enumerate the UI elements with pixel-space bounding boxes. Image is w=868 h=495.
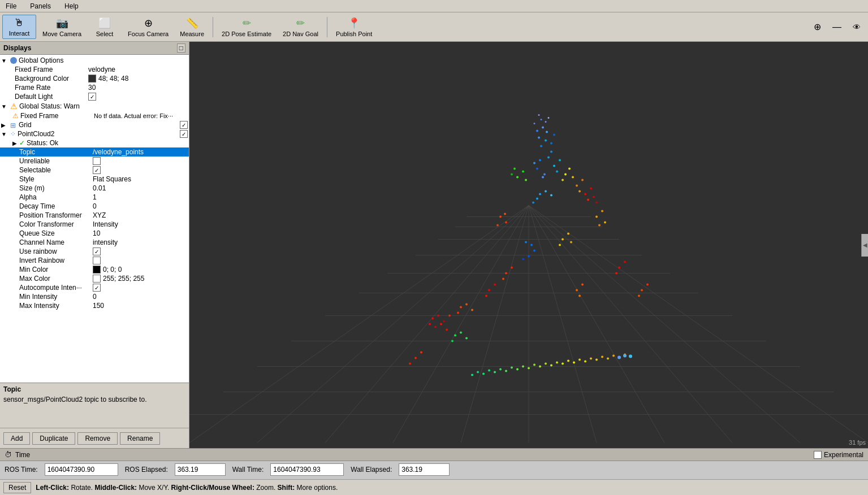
topic-row[interactable]: Topic /velodyne_points <box>0 147 189 157</box>
2d-pose-button[interactable]: ✏ 2D Pose Estimate <box>217 15 277 40</box>
error-icon: ⚠ <box>12 112 19 120</box>
svg-point-70 <box>443 320 445 323</box>
use-rainbow-checkbox[interactable] <box>93 248 101 255</box>
min-intensity-value[interactable]: 0 <box>93 293 188 301</box>
minus-button[interactable]: — <box>827 20 847 34</box>
use-rainbow-name: Use rainbow <box>19 248 93 255</box>
invert-rainbow-checkbox[interactable] <box>93 257 101 264</box>
wall-elapsed-input[interactable] <box>399 463 450 476</box>
svg-point-103 <box>601 356 603 358</box>
add-button[interactable]: Add <box>3 432 30 445</box>
unreliable-row[interactable]: Unreliable <box>0 157 189 166</box>
alpha-row[interactable]: Alpha 1 <box>0 193 189 202</box>
reset-button[interactable]: Reset <box>3 482 31 493</box>
svg-point-92 <box>477 371 479 374</box>
menu-help[interactable]: Help <box>61 1 82 11</box>
background-color-row[interactable]: Background Color 48; 48; 48 <box>0 74 189 83</box>
viewport-right-handle[interactable]: ◀ <box>861 234 868 257</box>
time-title: Time <box>15 451 30 459</box>
interact-button[interactable]: 🖱 Interact <box>2 15 36 39</box>
svg-point-84 <box>539 366 541 368</box>
wall-time-input[interactable] <box>270 463 344 476</box>
experimental-label: Experimental <box>824 451 863 459</box>
measure-button[interactable]: 📏 Measure <box>175 15 209 40</box>
size-name: Size (m) <box>19 184 93 192</box>
style-value[interactable]: Flat Squares <box>93 175 188 183</box>
queue-size-value[interactable]: 10 <box>93 229 188 237</box>
displays-close-button[interactable]: □ <box>177 44 185 53</box>
svg-point-112 <box>641 289 643 292</box>
svg-point-41 <box>572 176 574 179</box>
svg-point-73 <box>429 323 431 325</box>
left-panel: Displays □ ▼ Global Options Fixed Frame … <box>0 42 189 448</box>
svg-point-90 <box>607 358 609 360</box>
default-light-row[interactable]: Default Light <box>0 92 189 101</box>
svg-point-40 <box>562 179 564 181</box>
fixed-frame-row[interactable]: Fixed Frame velodyne <box>0 65 189 74</box>
ros-time-input[interactable] <box>45 463 118 476</box>
crosshair-button[interactable]: ⊕ <box>808 19 826 34</box>
menu-file[interactable]: File <box>2 1 20 11</box>
grid-row[interactable]: ▶ ⊞ Grid <box>0 120 189 129</box>
position-transformer-value[interactable]: XYZ <box>93 211 188 219</box>
2d-nav-button[interactable]: ✏ 2D Nav Goal <box>278 15 323 40</box>
max-intensity-row[interactable]: Max Intensity 150 <box>0 301 189 310</box>
max-intensity-value[interactable]: 150 <box>93 302 188 310</box>
selectable-checkbox[interactable] <box>93 166 101 174</box>
select-button[interactable]: ⬜ Select <box>88 15 122 40</box>
viewport[interactable]: ◀ 31 fps <box>189 42 868 448</box>
topic-prop-value[interactable]: /velodyne_points <box>93 148 188 156</box>
position-transformer-row[interactable]: Position Transformer XYZ <box>0 211 189 220</box>
frame-rate-row[interactable]: Frame Rate 30 <box>0 83 189 92</box>
global-options-row[interactable]: ▼ Global Options <box>0 56 189 65</box>
autocompute-intensity-row[interactable]: Autocompute Inten··· <box>0 283 189 292</box>
channel-name-row[interactable]: Channel Name intensity <box>0 238 189 247</box>
status-ok-row[interactable]: ▶ ✓ Status: Ok <box>0 138 189 147</box>
remove-button[interactable]: Remove <box>77 432 118 445</box>
decay-time-value[interactable]: 0 <box>93 202 188 210</box>
svg-point-43 <box>581 179 584 181</box>
decay-time-row[interactable]: Decay Time 0 <box>0 202 189 211</box>
rename-button[interactable]: Rename <box>120 432 160 445</box>
global-status-row[interactable]: ▼ ⚠ Global Status: Warn <box>0 101 189 111</box>
invert-rainbow-row[interactable]: Invert Rainbow <box>0 256 189 265</box>
fixed-frame-value[interactable]: velodyne <box>88 66 188 73</box>
tree-area: ▼ Global Options Fixed Frame velodyne Ba… <box>0 55 189 383</box>
size-row[interactable]: Size (m) 0.01 <box>0 184 189 193</box>
ros-elapsed-input[interactable] <box>175 463 226 476</box>
alpha-value[interactable]: 1 <box>93 193 188 201</box>
queue-size-row[interactable]: Queue Size 10 <box>0 229 189 238</box>
time-header: ⏱ Time Experimental <box>0 449 868 461</box>
eye-button[interactable]: 👁 <box>848 20 866 34</box>
grid-checkbox[interactable] <box>180 121 188 129</box>
selectable-row[interactable]: Selectable <box>0 166 189 175</box>
min-color-name: Min Color <box>19 266 93 273</box>
toolbar-sep-2 <box>327 17 327 37</box>
min-intensity-row[interactable]: Min Intensity 0 <box>0 292 189 301</box>
global-status-fixedframe-row[interactable]: ⚠ Fixed Frame No tf data. Actual error: … <box>0 111 189 120</box>
channel-name-value[interactable]: intensity <box>93 238 188 246</box>
publish-point-button[interactable]: 📍 Publish Point <box>331 15 377 40</box>
style-row[interactable]: Style Flat Squares <box>0 175 189 184</box>
grid-expand: ▶ <box>1 122 8 128</box>
grid-icon: ⊞ <box>10 121 17 128</box>
experimental-checkbox[interactable] <box>814 451 822 459</box>
duplicate-button[interactable]: Duplicate <box>32 432 75 445</box>
pointcloud2-row[interactable]: ▼ ⁘ PointCloud2 <box>0 129 189 138</box>
size-value[interactable]: 0.01 <box>93 184 188 192</box>
color-transformer-value[interactable]: Intensity <box>93 220 188 228</box>
use-rainbow-row[interactable]: Use rainbow <box>0 247 189 256</box>
autocompute-intensity-checkbox[interactable] <box>93 284 101 292</box>
menu-panels[interactable]: Panels <box>27 1 54 11</box>
default-light-checkbox[interactable] <box>88 93 96 101</box>
max-color-row[interactable]: Max Color 255; 255; 255 <box>0 274 189 283</box>
pointcloud2-label: PointCloud2 <box>18 130 180 138</box>
measure-label: Measure <box>180 31 204 37</box>
focus-camera-button[interactable]: ⊕ Focus Camera <box>123 15 174 40</box>
color-transformer-row[interactable]: Color Transformer Intensity <box>0 220 189 229</box>
min-color-row[interactable]: Min Color 0; 0; 0 <box>0 265 189 274</box>
move-camera-button[interactable]: 📷 Move Camera <box>37 15 87 40</box>
svg-point-127 <box>539 193 541 196</box>
unreliable-checkbox[interactable] <box>93 157 101 165</box>
pointcloud2-checkbox[interactable] <box>180 130 188 138</box>
